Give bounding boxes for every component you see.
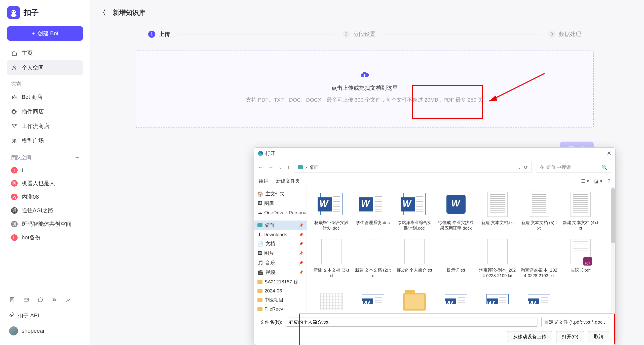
organize-menu[interactable]: 组织 — [259, 178, 269, 184]
explore-section-label: 探索 — [7, 75, 83, 90]
upload-from-mobile-button[interactable]: 从移动设备上传 — [507, 331, 552, 342]
scrollbar[interactable] — [611, 187, 615, 312]
close-icon[interactable]: ✕ — [607, 150, 611, 157]
nav-dropdown-icon[interactable]: ⌄ — [278, 164, 283, 170]
file-item[interactable]: 徐铭洋毕业综合实践计划.doc — [395, 190, 434, 231]
path-bar[interactable]: › 桌面 ⌄ ⟳ — [294, 162, 532, 173]
dialog-folder-tree: 🏠主文件夹 🖼图库 ☁OneDrive - Personal 桌面📌 ⬇Down… — [254, 187, 307, 312]
file-icon — [319, 285, 344, 312]
link-icon — [9, 312, 15, 319]
tree-desktop[interactable]: 桌面📌 — [254, 221, 307, 230]
dialog-nav-row: ← → ⌄ ↑ › 桌面 ⌄ ⟳ 在 桌面 中搜索 🔍 — [254, 159, 615, 175]
user-profile[interactable]: shopeeai — [7, 323, 83, 339]
doc-icon[interactable] — [9, 297, 16, 303]
file-item[interactable]: 新建 文本文档.txt — [478, 190, 517, 231]
file-item[interactable]: 徐佳成-专业实践成果应用证明.docx — [436, 190, 475, 231]
dialog-search-input[interactable]: 在 桌面 中搜索 🔍 — [536, 162, 611, 173]
nav-home[interactable]: 主页 — [7, 46, 83, 60]
file-icon — [402, 190, 427, 219]
team-item[interactable]: 通通往AGI之路 — [7, 204, 83, 217]
tree-folder[interactable]: 中医项目 — [254, 295, 307, 305]
create-bot-button[interactable]: + 创建 Bot — [7, 26, 83, 41]
tree-downloads[interactable]: ⬇Downloads📌 — [254, 230, 307, 239]
tree-folder[interactable]: FileRecv — [254, 305, 307, 312]
tree-home-folder[interactable]: 🏠主文件夹 — [254, 189, 307, 199]
tree-gallery[interactable]: 🖼图库 — [254, 199, 307, 208]
file-item[interactable]: 新建 文本文档 (2).txt — [353, 237, 392, 279]
nav-plugin-store[interactable]: 插件商店 — [7, 104, 83, 119]
api-link[interactable]: 扣子 API — [7, 308, 83, 323]
chart-icon[interactable] — [65, 297, 72, 303]
tree-folder[interactable]: 2024-06 — [254, 287, 307, 295]
svg-point-13 — [53, 298, 54, 300]
file-item[interactable]: 新建 文本文档 (4).txt — [561, 190, 600, 231]
view-details-icon[interactable]: ◪ ▾ — [594, 178, 602, 184]
team-item[interactable]: 斑斑码智能体共创空间 — [7, 217, 83, 231]
chevron-down-icon[interactable]: ⌄ — [517, 164, 521, 170]
file-item[interactable] — [395, 285, 434, 312]
svg-point-4 — [13, 66, 15, 68]
mail-icon[interactable] — [23, 297, 30, 303]
file-item[interactable]: 新建 文本文档 (3).txt — [312, 237, 351, 279]
tree-videos[interactable]: 🎬视频📌 — [254, 268, 307, 277]
team-section-label: 团队空间 + — [7, 148, 83, 164]
scrollbar-thumb[interactable] — [611, 188, 615, 243]
step-indicator: 1 上传 2 分段设置 3 数据处理 — [138, 30, 591, 38]
tree-pictures[interactable]: 🖼图片📌 — [254, 248, 307, 258]
file-item[interactable] — [436, 285, 475, 312]
logo[interactable]: 扣子 — [7, 6, 83, 19]
add-team-icon[interactable]: + — [75, 154, 79, 161]
new-folder-button[interactable]: 新建文件夹 — [276, 178, 300, 184]
file-item[interactable] — [353, 285, 392, 312]
team-item[interactable]: tt — [7, 164, 83, 177]
nav-workflow-store[interactable]: 工作流商店 — [7, 119, 83, 134]
team-item[interactable]: 内内测08 — [7, 190, 83, 204]
file-item[interactable]: 淘宝评论-副本_2024-0228-2103.txt — [519, 237, 558, 279]
workflow-icon — [11, 123, 18, 130]
nav-personal-space[interactable]: 个人空间 — [7, 60, 83, 75]
file-item[interactable]: 新建 文本文档 (5).txt — [519, 190, 558, 231]
nav-model-plaza[interactable]: 模型广场 — [7, 134, 83, 148]
file-item[interactable]: 杨晟毕业综合实践计划.doc — [312, 190, 351, 231]
svg-point-2 — [12, 11, 13, 12]
team-item[interactable]: 机机器人也是人 — [7, 177, 83, 190]
file-item[interactable]: 淘宝评论-副本_2024-0228-2109.txt — [478, 237, 517, 279]
file-name: 决议书.pdf — [571, 268, 590, 273]
back-arrow-icon[interactable]: 〈 — [99, 8, 106, 18]
file-name: 徐铭洋毕业综合实践计划.doc — [396, 220, 433, 231]
chat-icon[interactable] — [37, 297, 44, 303]
logo-icon — [7, 6, 20, 19]
filename-input[interactable] — [286, 318, 538, 327]
view-list-icon[interactable]: ☰ ▾ — [581, 178, 589, 184]
tree-music[interactable]: 🎵音乐📌 — [254, 258, 307, 268]
file-item[interactable]: 提示词.txt — [436, 237, 475, 279]
file-item[interactable] — [478, 285, 517, 312]
file-item[interactable]: PDF决议书.pdf — [561, 237, 600, 279]
page-title: 新增知识库 — [113, 8, 145, 17]
tree-onedrive[interactable]: ☁OneDrive - Personal — [254, 208, 307, 217]
open-button[interactable]: 打开(O) — [556, 331, 584, 342]
file-item[interactable]: 虾皮的个人简介.txt — [395, 237, 434, 279]
file-item[interactable]: 学生管理系统.doc — [353, 190, 392, 231]
upload-dropzone[interactable]: 点击上传或拖拽文档到这里 支持 PDF、TXT、DOC、DOCX，最多可上传 3… — [136, 51, 594, 128]
help-icon[interactable]: ? — [608, 178, 610, 184]
filetype-select[interactable]: 自定义文件 (*.pdf;*.txt;*.doc;*.docx) ⌄ — [541, 317, 609, 327]
team-item[interactable]: bbot备份 — [7, 231, 83, 244]
tree-folder[interactable]: SA21218157-徐 — [254, 277, 307, 287]
search-icon: 🔍 — [601, 164, 608, 170]
nav-back-icon[interactable]: ← — [258, 164, 263, 170]
file-item[interactable] — [519, 285, 558, 312]
pin-icon: 📌 — [299, 223, 303, 227]
group-icon[interactable] — [51, 297, 58, 303]
nav-bot-store[interactable]: Bot 商店 — [7, 90, 83, 104]
tree-documents[interactable]: 📄文档📌 — [254, 239, 307, 248]
bottom-icon-row — [7, 292, 83, 308]
refresh-icon[interactable]: ⟳ — [524, 164, 528, 170]
cancel-button[interactable]: 取消 — [588, 331, 609, 342]
team-name: bot备份 — [22, 234, 41, 241]
main-content: 〈 新增知识库 1 上传 2 分段设置 3 数据处理 点击上传或拖拽文档到这里 — [90, 0, 644, 345]
nav-forward-icon[interactable]: → — [268, 164, 274, 170]
nav-up-icon[interactable]: ↑ — [287, 164, 290, 170]
file-icon — [526, 190, 552, 219]
file-item[interactable] — [312, 285, 351, 312]
